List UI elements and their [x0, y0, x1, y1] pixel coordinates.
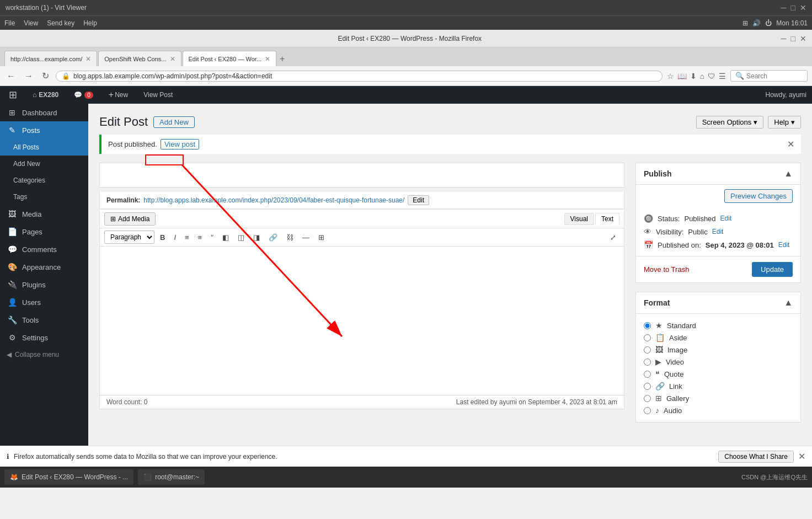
- home-icon[interactable]: ⌂: [700, 72, 704, 81]
- format-quote-radio[interactable]: [644, 371, 651, 378]
- minimize-btn[interactable]: ─: [781, 3, 787, 12]
- permalink-link[interactable]: http://blog.apps.lab.example.com/index.p…: [143, 196, 404, 204]
- taskbar-item-terminal[interactable]: ⬛ root@master:~: [138, 469, 205, 485]
- search-box[interactable]: 🔍: [730, 70, 808, 82]
- align-left-button[interactable]: ◧: [219, 231, 232, 244]
- blockquote-button[interactable]: ": [207, 231, 217, 244]
- browser-tab-3[interactable]: Edit Post ‹ EX280 — Wor... ✕: [183, 51, 276, 66]
- taskbar-item-firefox[interactable]: 🦊 Edit Post ‹ EX280 — WordPress - ...: [4, 469, 133, 485]
- help-button[interactable]: Help ▾: [768, 116, 801, 129]
- align-right-button[interactable]: ◨: [250, 231, 263, 244]
- add-new-button[interactable]: Add New: [153, 116, 195, 128]
- format-audio-radio[interactable]: [644, 407, 651, 414]
- browser-titlebar-controls[interactable]: ─ □ ✕: [781, 34, 806, 43]
- sidebar-item-appearance[interactable]: 🎨 Appearance: [0, 258, 88, 276]
- move-to-trash-button[interactable]: Move to Trash: [644, 265, 689, 274]
- format-image-radio[interactable]: [644, 346, 651, 354]
- browser-close[interactable]: ✕: [800, 34, 806, 43]
- refresh-button[interactable]: ↻: [40, 69, 51, 82]
- browser-tab-1[interactable]: http://class...example.com/ ✕: [4, 51, 97, 66]
- sidebar-item-categories[interactable]: Categories: [0, 172, 88, 189]
- menu-sendkey[interactable]: Send key: [47, 19, 74, 27]
- sidebar-item-all-posts[interactable]: All Posts: [0, 139, 88, 156]
- sidebar-item-users[interactable]: 👤 Users: [0, 293, 88, 311]
- tab1-close[interactable]: ✕: [86, 55, 91, 63]
- shield-icon[interactable]: 🛡: [708, 72, 715, 81]
- bookmark-icon[interactable]: ☆: [667, 72, 674, 81]
- editor-tab-visual[interactable]: Visual: [564, 213, 594, 225]
- new-tab-button[interactable]: +: [277, 54, 287, 64]
- visibility-edit-link[interactable]: Edit: [712, 228, 724, 236]
- italic-button[interactable]: I: [170, 231, 179, 244]
- sidebar-item-add-new[interactable]: Add New: [0, 156, 88, 172]
- menu-file[interactable]: File: [4, 19, 15, 27]
- browser-tab-2[interactable]: OpenShift Web Cons... ✕: [98, 51, 181, 66]
- wp-comments-item[interactable]: 💬 0: [71, 86, 97, 104]
- update-button[interactable]: Update: [752, 262, 793, 277]
- address-input[interactable]: [73, 72, 656, 80]
- forward-button[interactable]: →: [22, 70, 35, 82]
- unlink-button[interactable]: ⛓: [283, 231, 297, 244]
- maximize-btn[interactable]: □: [791, 3, 795, 12]
- sidebar-item-comments[interactable]: 💬 Comments: [0, 240, 88, 258]
- search-input[interactable]: [746, 72, 803, 80]
- preview-changes-button[interactable]: Preview Changes: [724, 189, 793, 203]
- menu-help[interactable]: Help: [83, 19, 97, 27]
- screen-options-button[interactable]: Screen Options ▾: [696, 116, 764, 129]
- editor-body[interactable]: [99, 247, 624, 395]
- wp-logo-item[interactable]: ⊞: [6, 86, 20, 104]
- unordered-list-button[interactable]: ≡: [181, 231, 193, 244]
- readinglist-icon[interactable]: 📖: [677, 72, 687, 81]
- format-standard-radio[interactable]: [644, 322, 651, 329]
- format-metabox-header[interactable]: Format ▲: [636, 292, 800, 314]
- download-icon[interactable]: ⬇: [690, 72, 697, 81]
- wp-viewpost-item[interactable]: View Post: [140, 86, 176, 104]
- browser-minimize[interactable]: ─: [781, 34, 787, 43]
- notice-close-button[interactable]: ✕: [787, 139, 794, 149]
- sidebar-item-posts[interactable]: ✎ Posts: [0, 121, 88, 139]
- choose-share-button[interactable]: Choose What I Share: [718, 451, 794, 463]
- wp-site-item[interactable]: ⌂ EX280: [29, 86, 62, 104]
- tab2-close[interactable]: ✕: [170, 55, 175, 63]
- collapse-menu[interactable]: ◀ Collapse menu: [0, 346, 88, 363]
- sidebar-item-tags[interactable]: Tags: [0, 189, 88, 205]
- ordered-list-button[interactable]: ≡: [195, 231, 206, 244]
- wp-new-item[interactable]: + New: [105, 86, 131, 104]
- sidebar-item-media[interactable]: 🖼 Media: [0, 205, 88, 223]
- status-edit-link[interactable]: Edit: [720, 215, 732, 222]
- sidebar-item-tools[interactable]: 🔧 Tools: [0, 311, 88, 329]
- view-post-link[interactable]: View post: [161, 139, 199, 149]
- menu-icon[interactable]: ☰: [719, 72, 726, 81]
- os-titlebar-controls[interactable]: ─ □ ✕: [781, 3, 806, 12]
- tab3-close[interactable]: ✕: [265, 55, 270, 63]
- more-button[interactable]: —: [299, 231, 313, 244]
- fullscreen-button[interactable]: ⤢: [607, 231, 619, 244]
- close-btn[interactable]: ✕: [800, 3, 806, 12]
- back-button[interactable]: ←: [4, 70, 18, 82]
- sidebar-item-settings[interactable]: ⚙ Settings: [0, 329, 88, 346]
- format-gallery-radio[interactable]: [644, 395, 651, 402]
- menu-view[interactable]: View: [24, 19, 38, 27]
- sidebar-item-plugins[interactable]: 🔌 Plugins: [0, 276, 88, 293]
- post-title-input[interactable]: faber est quisque fortunae suae.: [106, 168, 617, 183]
- format-aside-radio[interactable]: [644, 334, 651, 341]
- address-bar[interactable]: 🔒: [56, 71, 663, 82]
- browser-maximize[interactable]: □: [791, 34, 795, 43]
- link-button[interactable]: 🔗: [265, 231, 281, 244]
- publish-metabox-header[interactable]: Publish ▲: [636, 163, 800, 185]
- sidebar-item-dashboard[interactable]: ⊞ Dashboard: [0, 104, 88, 121]
- format-toggle[interactable]: ▲: [784, 298, 793, 308]
- editor-tab-text[interactable]: Text: [595, 213, 619, 225]
- format-link-radio[interactable]: [644, 383, 651, 390]
- sidebar-item-pages[interactable]: 📄 Pages: [0, 223, 88, 240]
- table-button[interactable]: ⊞: [315, 231, 328, 244]
- add-media-button[interactable]: ⊞ Add Media: [104, 212, 156, 226]
- align-center-button[interactable]: ◫: [234, 231, 248, 244]
- paragraph-select[interactable]: Paragraph: [104, 231, 154, 244]
- format-video-radio[interactable]: [644, 359, 651, 366]
- published-edit-link[interactable]: Edit: [778, 241, 790, 249]
- bold-button[interactable]: B: [157, 231, 168, 244]
- notification-close-button[interactable]: ✕: [798, 451, 805, 462]
- edit-permalink-button[interactable]: Edit: [408, 195, 429, 205]
- publish-toggle[interactable]: ▲: [784, 169, 793, 179]
